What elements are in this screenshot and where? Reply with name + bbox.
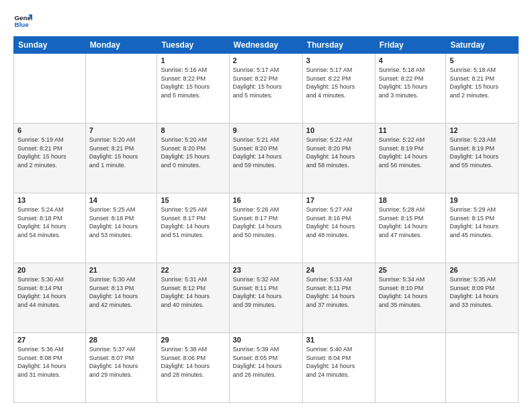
calendar-cell: 2Sunrise: 5:17 AM Sunset: 8:22 PM Daylig… — [229, 54, 302, 124]
day-info: Sunrise: 5:36 AM Sunset: 8:08 PM Dayligh… — [17, 345, 82, 379]
day-number: 12 — [449, 126, 515, 134]
day-info: Sunrise: 5:23 AM Sunset: 8:19 PM Dayligh… — [449, 136, 515, 169]
calendar-cell: 24Sunrise: 5:33 AM Sunset: 8:11 PM Dayli… — [302, 263, 375, 333]
day-info: Sunrise: 5:25 AM Sunset: 8:17 PM Dayligh… — [161, 205, 225, 239]
calendar-cell: 15Sunrise: 5:25 AM Sunset: 8:17 PM Dayli… — [157, 193, 229, 263]
calendar-table: SundayMondayTuesdayWednesdayThursdayFrid… — [13, 36, 519, 403]
day-info: Sunrise: 5:34 AM Sunset: 8:10 PM Dayligh… — [379, 275, 443, 309]
calendar-cell: 26Sunrise: 5:35 AM Sunset: 8:09 PM Dayli… — [446, 263, 519, 333]
calendar-cell: 20Sunrise: 5:30 AM Sunset: 8:14 PM Dayli… — [14, 263, 86, 333]
weekday-header-thursday: Thursday — [302, 37, 375, 54]
day-info: Sunrise: 5:40 AM Sunset: 8:04 PM Dayligh… — [306, 345, 371, 379]
day-info: Sunrise: 5:31 AM Sunset: 8:12 PM Dayligh… — [161, 275, 225, 309]
weekday-header-tuesday: Tuesday — [157, 37, 229, 54]
day-number: 29 — [161, 336, 225, 344]
day-info: Sunrise: 5:25 AM Sunset: 8:18 PM Dayligh… — [89, 205, 154, 239]
calendar-cell: 31Sunrise: 5:40 AM Sunset: 8:04 PM Dayli… — [302, 333, 375, 403]
calendar-cell: 6Sunrise: 5:19 AM Sunset: 8:21 PM Daylig… — [14, 124, 86, 193]
day-info: Sunrise: 5:28 AM Sunset: 8:15 PM Dayligh… — [379, 205, 443, 239]
day-info: Sunrise: 5:26 AM Sunset: 8:17 PM Dayligh… — [233, 205, 299, 239]
calendar-cell: 22Sunrise: 5:31 AM Sunset: 8:12 PM Dayli… — [157, 263, 229, 333]
day-info: Sunrise: 5:18 AM Sunset: 8:21 PM Dayligh… — [449, 66, 515, 99]
weekday-header-saturday: Saturday — [446, 37, 519, 54]
day-number: 31 — [306, 336, 371, 344]
calendar-week-row: 27Sunrise: 5:36 AM Sunset: 8:08 PM Dayli… — [14, 333, 519, 403]
calendar-cell: 3Sunrise: 5:17 AM Sunset: 8:22 PM Daylig… — [302, 54, 375, 124]
calendar-cell: 1Sunrise: 5:16 AM Sunset: 8:22 PM Daylig… — [157, 54, 229, 124]
day-number: 8 — [161, 126, 225, 134]
day-info: Sunrise: 5:35 AM Sunset: 8:09 PM Dayligh… — [449, 275, 515, 309]
calendar-page: General Blue SundayMondayTuesdayWednesda… — [0, 0, 532, 411]
calendar-week-row: 20Sunrise: 5:30 AM Sunset: 8:14 PM Dayli… — [14, 263, 519, 333]
calendar-cell: 21Sunrise: 5:30 AM Sunset: 8:13 PM Dayli… — [85, 263, 157, 333]
calendar-cell: 16Sunrise: 5:26 AM Sunset: 8:17 PM Dayli… — [229, 193, 302, 263]
calendar-cell: 25Sunrise: 5:34 AM Sunset: 8:10 PM Dayli… — [375, 263, 446, 333]
calendar-cell: 9Sunrise: 5:21 AM Sunset: 8:20 PM Daylig… — [229, 124, 302, 193]
day-number: 20 — [17, 266, 82, 274]
calendar-cell: 12Sunrise: 5:23 AM Sunset: 8:19 PM Dayli… — [446, 124, 519, 193]
day-number: 21 — [89, 266, 154, 274]
day-info: Sunrise: 5:22 AM Sunset: 8:20 PM Dayligh… — [306, 136, 371, 169]
weekday-header-row: SundayMondayTuesdayWednesdayThursdayFrid… — [14, 37, 519, 54]
day-number: 26 — [449, 266, 515, 274]
day-number: 22 — [161, 266, 225, 274]
calendar-week-row: 6Sunrise: 5:19 AM Sunset: 8:21 PM Daylig… — [14, 124, 519, 193]
calendar-cell — [375, 333, 446, 403]
calendar-cell: 17Sunrise: 5:27 AM Sunset: 8:16 PM Dayli… — [302, 193, 375, 263]
day-number: 15 — [161, 196, 225, 204]
day-number: 1 — [161, 56, 225, 64]
weekday-header-monday: Monday — [85, 37, 157, 54]
svg-text:Blue: Blue — [14, 21, 29, 28]
calendar-cell: 13Sunrise: 5:24 AM Sunset: 8:18 PM Dayli… — [14, 193, 86, 263]
calendar-week-row: 13Sunrise: 5:24 AM Sunset: 8:18 PM Dayli… — [14, 193, 519, 263]
calendar-cell: 27Sunrise: 5:36 AM Sunset: 8:08 PM Dayli… — [14, 333, 86, 403]
day-number: 24 — [306, 266, 371, 274]
logo-icon: General Blue — [13, 11, 32, 30]
day-info: Sunrise: 5:33 AM Sunset: 8:11 PM Dayligh… — [306, 275, 371, 309]
day-info: Sunrise: 5:39 AM Sunset: 8:05 PM Dayligh… — [233, 345, 299, 379]
day-number: 28 — [89, 336, 154, 344]
day-info: Sunrise: 5:17 AM Sunset: 8:22 PM Dayligh… — [306, 66, 371, 99]
day-info: Sunrise: 5:38 AM Sunset: 8:06 PM Dayligh… — [161, 345, 225, 379]
day-info: Sunrise: 5:22 AM Sunset: 8:19 PM Dayligh… — [379, 136, 443, 169]
day-number: 19 — [449, 196, 515, 204]
calendar-cell: 11Sunrise: 5:22 AM Sunset: 8:19 PM Dayli… — [375, 124, 446, 193]
calendar-cell: 5Sunrise: 5:18 AM Sunset: 8:21 PM Daylig… — [446, 54, 519, 124]
day-info: Sunrise: 5:37 AM Sunset: 8:07 PM Dayligh… — [89, 345, 154, 379]
day-number: 3 — [306, 56, 371, 64]
weekday-header-friday: Friday — [375, 37, 446, 54]
day-number: 5 — [449, 56, 515, 64]
day-info: Sunrise: 5:21 AM Sunset: 8:20 PM Dayligh… — [233, 136, 299, 169]
day-info: Sunrise: 5:30 AM Sunset: 8:13 PM Dayligh… — [89, 275, 154, 309]
day-number: 23 — [233, 266, 299, 274]
day-info: Sunrise: 5:20 AM Sunset: 8:21 PM Dayligh… — [89, 136, 154, 169]
day-number: 18 — [379, 196, 443, 204]
day-number: 11 — [379, 126, 443, 134]
calendar-cell: 29Sunrise: 5:38 AM Sunset: 8:06 PM Dayli… — [157, 333, 229, 403]
weekday-header-wednesday: Wednesday — [229, 37, 302, 54]
day-number: 25 — [379, 266, 443, 274]
day-info: Sunrise: 5:32 AM Sunset: 8:11 PM Dayligh… — [233, 275, 299, 309]
day-number: 13 — [17, 196, 82, 204]
calendar-cell: 30Sunrise: 5:39 AM Sunset: 8:05 PM Dayli… — [229, 333, 302, 403]
calendar-week-row: 1Sunrise: 5:16 AM Sunset: 8:22 PM Daylig… — [14, 54, 519, 124]
day-info: Sunrise: 5:18 AM Sunset: 8:22 PM Dayligh… — [379, 66, 443, 99]
calendar-cell: 8Sunrise: 5:20 AM Sunset: 8:20 PM Daylig… — [157, 124, 229, 193]
calendar-cell — [85, 54, 157, 124]
day-number: 4 — [379, 56, 443, 64]
logo: General Blue — [13, 11, 35, 30]
day-info: Sunrise: 5:16 AM Sunset: 8:22 PM Dayligh… — [161, 66, 225, 99]
calendar-cell: 28Sunrise: 5:37 AM Sunset: 8:07 PM Dayli… — [85, 333, 157, 403]
day-number: 6 — [17, 126, 82, 134]
day-info: Sunrise: 5:24 AM Sunset: 8:18 PM Dayligh… — [17, 205, 82, 239]
calendar-cell: 4Sunrise: 5:18 AM Sunset: 8:22 PM Daylig… — [375, 54, 446, 124]
calendar-cell: 14Sunrise: 5:25 AM Sunset: 8:18 PM Dayli… — [85, 193, 157, 263]
weekday-header-sunday: Sunday — [14, 37, 86, 54]
header: General Blue — [13, 11, 519, 30]
calendar-cell — [446, 333, 519, 403]
day-info: Sunrise: 5:30 AM Sunset: 8:14 PM Dayligh… — [17, 275, 82, 309]
day-number: 27 — [17, 336, 82, 344]
calendar-cell: 23Sunrise: 5:32 AM Sunset: 8:11 PM Dayli… — [229, 263, 302, 333]
day-number: 7 — [89, 126, 154, 134]
day-number: 10 — [306, 126, 371, 134]
